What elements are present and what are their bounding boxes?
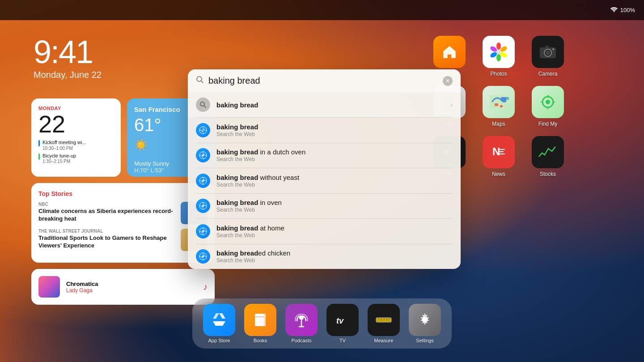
svg-rect-30 <box>499 151 504 152</box>
dock-tv-icon: tv <box>326 304 359 336</box>
dock-measure[interactable]: Measure <box>368 304 400 343</box>
search-result-content-1: baking bread Search the Web <box>216 123 453 137</box>
event-2-time: 1:30–2:15 PM <box>42 159 76 164</box>
event-1-time: 10:30–1:00 PM <box>42 146 86 151</box>
search-result-content-5: baking bread at home Search the Web <box>216 224 453 238</box>
search-result-title-5: baking bread at home <box>216 224 453 232</box>
search-result-5[interactable]: baking bread at home Search the Web <box>188 219 461 244</box>
svg-rect-34 <box>257 314 266 326</box>
calendar-event-1: Kickoff meeting wi... 10:30–1:00 PM <box>38 139 114 150</box>
svg-line-52 <box>204 106 206 107</box>
search-result-content-3: baking bread without yeast Search the We… <box>216 174 453 188</box>
event-bar-2 <box>38 153 40 160</box>
search-clear-button[interactable]: ✕ <box>443 76 453 86</box>
search-result-subtitle-4: Search the Web <box>216 207 453 213</box>
stocks-app-icon <box>532 136 564 168</box>
search-result-subtitle-5: Search the Web <box>216 232 453 238</box>
news-headline-1: Climate concerns as Siberia experiences … <box>38 208 176 223</box>
search-result-subtitle-1: Search the Web <box>216 131 453 137</box>
photos-app-label: Photos <box>490 71 507 77</box>
dock-books[interactable]: Books <box>244 304 276 343</box>
music-info: Chromatica Lady Gaga <box>66 281 197 294</box>
app-camera[interactable]: Camera <box>528 36 568 77</box>
search-result-content-2: baking bread in a dutch oven Search the … <box>216 148 453 162</box>
svg-point-12 <box>552 48 554 50</box>
news-app-icon: N <box>483 136 515 168</box>
search-result-4[interactable]: baking bread in oven Search the Web <box>188 193 461 218</box>
news-header: Top Stories <box>38 190 208 197</box>
search-result-6[interactable]: baking breaded chicken Search the Web <box>188 244 461 269</box>
event-bar-1 <box>38 140 40 146</box>
search-icon <box>196 76 204 86</box>
search-result-3[interactable]: baking bread without yeast Search the We… <box>188 168 461 193</box>
svg-rect-40 <box>376 318 391 322</box>
search-result-title-4: baking bread in oven <box>216 199 453 206</box>
svg-point-10 <box>546 51 550 55</box>
dock-tv[interactable]: tv TV <box>326 304 359 343</box>
app-maps[interactable]: 280 Maps <box>479 86 519 127</box>
dock-appstore[interactable]: App Store <box>203 304 235 343</box>
news-app-label: News <box>492 171 505 177</box>
calendar-day-num: 22 <box>38 111 114 137</box>
svg-rect-32 <box>537 143 559 161</box>
search-overlay: ✕ baking bread › <box>188 69 461 269</box>
widget-calendar[interactable]: MONDAY 22 Kickoff meeting wi... 10:30–1:… <box>31 98 121 177</box>
search-result-icon-4 <box>196 199 210 213</box>
news-item-1[interactable]: NBC Climate concerns as Siberia experien… <box>38 202 208 224</box>
search-result-title-0: baking bread <box>216 101 444 109</box>
svg-point-5 <box>496 54 501 61</box>
measure-icon <box>368 304 400 336</box>
svg-text:tv: tv <box>336 316 344 325</box>
podcasts-label: Podcasts <box>291 338 311 343</box>
time-display: 9:41 Monday, June 22 <box>34 36 102 80</box>
svg-text:N: N <box>492 145 500 158</box>
calendar-event-2: Bicycle tune-up 1:30–2:15 PM <box>38 153 114 164</box>
svg-point-56 <box>203 129 204 131</box>
search-result-icon-2 <box>196 148 210 162</box>
search-result-top[interactable]: baking bread › <box>188 92 461 117</box>
event-1-title: Kickoff meeting wi... <box>42 139 86 145</box>
app-findmy[interactable]: Find My <box>528 86 568 127</box>
svg-rect-16 <box>500 105 503 107</box>
books-label: Books <box>254 338 267 343</box>
svg-rect-35 <box>255 316 264 317</box>
music-artist: Lady Gaga <box>66 287 197 294</box>
music-note-icon: ♪ <box>203 282 208 292</box>
svg-point-0 <box>614 11 614 12</box>
photos-app-icon <box>483 36 515 68</box>
battery-text: 100% <box>620 7 635 13</box>
dock-tv-label: TV <box>339 338 346 343</box>
search-result-1[interactable]: baking bread Search the Web <box>188 118 461 143</box>
search-result-content-4: baking bread in oven Search the Web <box>216 199 453 213</box>
search-result-icon-0 <box>196 98 210 112</box>
dock-settings[interactable]: Settings <box>409 304 441 343</box>
search-result-icon-1 <box>196 123 210 137</box>
books-icon <box>244 304 276 336</box>
search-bar: ✕ <box>188 69 461 92</box>
event-2-title: Bicycle tune-up <box>42 153 76 159</box>
search-result-2[interactable]: baking bread in a dutch oven Search the … <box>188 143 461 168</box>
svg-rect-18 <box>501 97 506 101</box>
findmy-app-icon <box>532 86 564 118</box>
search-result-subtitle-3: Search the Web <box>216 182 453 188</box>
app-photos[interactable]: Photos <box>479 36 519 77</box>
app-stocks[interactable]: Stocks <box>528 136 568 177</box>
music-title: Chromatica <box>66 281 197 287</box>
svg-rect-29 <box>499 149 505 150</box>
search-result-content-6: baking breaded chicken Search the Web <box>216 249 453 264</box>
search-input[interactable] <box>208 76 438 86</box>
dock-podcasts[interactable]: Podcasts <box>285 304 318 343</box>
status-bar: 100% <box>0 0 644 20</box>
app-news[interactable]: N News <box>479 136 519 177</box>
svg-point-2 <box>496 43 501 50</box>
search-result-content-0: baking bread <box>216 101 444 109</box>
maps-app-label: Maps <box>492 121 505 127</box>
widget-music[interactable]: Chromatica Lady Gaga ♪ <box>31 269 215 305</box>
widget-news[interactable]: Top Stories NBC Climate concerns as Sibe… <box>31 183 215 263</box>
news-headline-2: Traditional Sports Look to Gamers to Res… <box>38 234 176 250</box>
music-album-art <box>38 276 60 298</box>
podcasts-icon <box>285 304 318 336</box>
news-item-2[interactable]: THE WALL STREET JOURNAL Traditional Spor… <box>38 229 208 251</box>
camera-app-icon <box>532 36 564 68</box>
home-app-icon <box>433 36 466 68</box>
